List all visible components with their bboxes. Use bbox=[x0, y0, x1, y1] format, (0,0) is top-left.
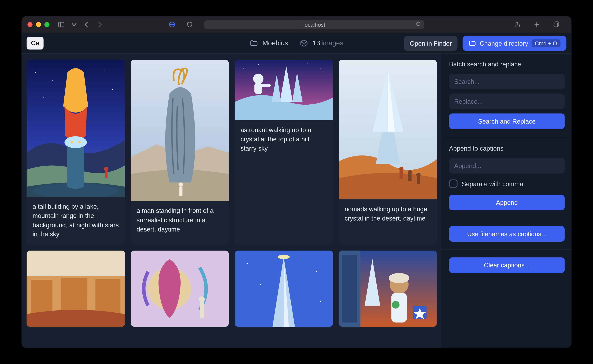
divider bbox=[442, 249, 572, 250]
gallery-card[interactable]: nomads walking up to a huge crystal in t… bbox=[339, 60, 437, 245]
gallery-card[interactable] bbox=[235, 251, 333, 327]
svg-point-53 bbox=[247, 263, 248, 264]
image-word: images bbox=[321, 39, 343, 46]
svg-rect-29 bbox=[261, 84, 271, 87]
divider bbox=[442, 218, 572, 218]
append-input[interactable] bbox=[449, 158, 565, 174]
svg-point-21 bbox=[178, 182, 183, 187]
svg-point-55 bbox=[260, 284, 261, 285]
thumbnail bbox=[131, 60, 229, 201]
privacy-report-icon[interactable] bbox=[169, 21, 175, 28]
svg-rect-28 bbox=[254, 83, 262, 94]
caption[interactable]: a tall building by a lake, mountain rang… bbox=[27, 197, 125, 245]
svg-point-32 bbox=[320, 69, 321, 69]
svg-point-30 bbox=[243, 68, 244, 69]
separate-comma-checkbox[interactable] bbox=[449, 179, 458, 188]
append-button[interactable]: Append bbox=[449, 195, 565, 210]
thumbnail bbox=[27, 60, 125, 197]
search-replace-button[interactable]: Search and Replace bbox=[449, 113, 565, 129]
titlebar-chevron-down-icon[interactable] bbox=[71, 21, 78, 28]
clear-captions-button[interactable]: Clear captions... bbox=[449, 257, 565, 273]
gallery-card[interactable] bbox=[27, 251, 125, 327]
svg-point-33 bbox=[307, 64, 308, 64]
gallery-card[interactable]: a tall building by a lake, mountain rang… bbox=[27, 60, 125, 245]
svg-point-17 bbox=[104, 70, 105, 71]
svg-rect-7 bbox=[554, 23, 558, 27]
forward-button[interactable] bbox=[96, 21, 103, 28]
image-count: 13 bbox=[313, 39, 320, 46]
open-in-finder-button[interactable]: Open in Finder bbox=[404, 36, 458, 51]
folder-icon bbox=[469, 39, 476, 47]
batch-label: Batch search and replace bbox=[449, 60, 565, 68]
thumbnail bbox=[339, 251, 437, 327]
back-button[interactable] bbox=[83, 21, 90, 28]
gallery: a tall building by a lake, mountain rang… bbox=[21, 54, 442, 348]
svg-point-64 bbox=[392, 301, 399, 309]
reload-icon[interactable] bbox=[415, 21, 421, 28]
svg-point-31 bbox=[258, 64, 259, 65]
gallery-card[interactable]: astronaut walking up to a crystal at the… bbox=[235, 60, 333, 245]
svg-point-62 bbox=[389, 273, 409, 283]
svg-point-15 bbox=[35, 72, 36, 73]
thumbnail bbox=[235, 60, 333, 120]
search-input[interactable] bbox=[449, 74, 565, 89]
svg-point-11 bbox=[71, 141, 73, 143]
change-dir-label: Change directory bbox=[480, 39, 528, 47]
address-text: localhost bbox=[303, 21, 325, 28]
svg-point-27 bbox=[253, 74, 264, 84]
app-window: localhost Ca Moebius bbox=[21, 16, 571, 348]
separate-comma-label: Separate with comma bbox=[462, 180, 523, 187]
svg-point-42 bbox=[416, 173, 420, 177]
app-logo[interactable]: Ca bbox=[27, 37, 43, 50]
svg-point-48 bbox=[199, 296, 205, 302]
use-filenames-button[interactable]: Use filenames as captions... bbox=[449, 226, 565, 242]
replace-input[interactable] bbox=[449, 94, 565, 109]
divider bbox=[442, 137, 572, 137]
caption[interactable]: astronaut walking up to a crystal at the… bbox=[235, 120, 333, 159]
svg-rect-59 bbox=[342, 255, 357, 323]
shield-icon[interactable] bbox=[186, 21, 193, 28]
macos-titlebar: localhost bbox=[21, 16, 571, 33]
sidebar: Batch search and replace Search and Repl… bbox=[442, 54, 572, 348]
minimize-window-button[interactable] bbox=[36, 22, 41, 27]
change-dir-shortcut: Cmd + O bbox=[532, 39, 560, 47]
folder-name: Moebius bbox=[262, 39, 288, 47]
close-window-button[interactable] bbox=[27, 22, 33, 27]
caption[interactable]: a man standing in front of a surrealisti… bbox=[131, 201, 229, 240]
svg-point-54 bbox=[316, 271, 317, 272]
svg-point-56 bbox=[320, 301, 321, 302]
address-bar[interactable]: localhost bbox=[204, 20, 425, 29]
append-label: Append to captions bbox=[449, 145, 565, 152]
svg-rect-0 bbox=[59, 22, 64, 27]
svg-point-40 bbox=[407, 170, 412, 174]
box-icon bbox=[300, 39, 308, 47]
svg-point-10 bbox=[64, 136, 87, 148]
tabs-overview-icon[interactable] bbox=[553, 21, 560, 28]
change-directory-button[interactable]: Change directory Cmd + O bbox=[463, 36, 566, 51]
folder-icon bbox=[250, 39, 258, 47]
gallery-card[interactable] bbox=[131, 251, 229, 327]
svg-point-16 bbox=[52, 80, 53, 81]
svg-point-13 bbox=[104, 167, 108, 171]
svg-rect-22 bbox=[179, 187, 182, 196]
svg-rect-14 bbox=[105, 171, 107, 178]
thumbnail bbox=[27, 251, 125, 327]
sidebar-toggle-icon[interactable] bbox=[58, 21, 65, 28]
svg-point-52 bbox=[278, 255, 290, 259]
svg-rect-41 bbox=[408, 174, 411, 181]
maximize-window-button[interactable] bbox=[44, 22, 49, 27]
gallery-card[interactable]: a man standing in front of a surrealisti… bbox=[131, 60, 229, 245]
caption[interactable]: nomads walking up to a huge crystal in t… bbox=[339, 199, 437, 229]
app-header: Ca Moebius 13images Open in Finder Chang… bbox=[21, 33, 571, 54]
thumbnail bbox=[235, 251, 333, 327]
svg-point-38 bbox=[399, 167, 403, 171]
share-icon[interactable] bbox=[514, 21, 521, 28]
svg-point-18 bbox=[112, 89, 113, 90]
svg-point-12 bbox=[78, 141, 81, 143]
new-tab-icon[interactable] bbox=[533, 21, 540, 28]
svg-rect-43 bbox=[417, 177, 420, 184]
gallery-card[interactable] bbox=[339, 251, 437, 327]
svg-rect-47 bbox=[200, 301, 204, 318]
thumbnail bbox=[339, 60, 437, 199]
thumbnail bbox=[131, 251, 229, 327]
